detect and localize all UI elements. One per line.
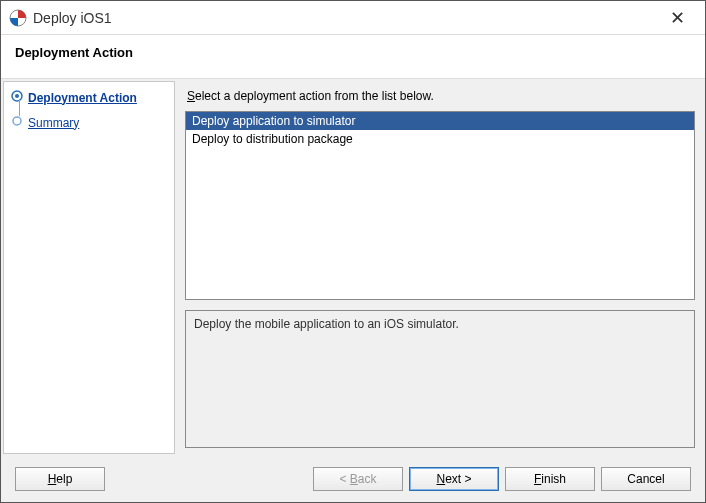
- app-icon: [9, 9, 27, 27]
- step-current-icon: [10, 90, 24, 105]
- instruction-text: Select a deployment action from the list…: [187, 89, 695, 103]
- sidebar-item-label: Deployment Action: [28, 91, 137, 105]
- wizard-footer: Help < Back Next > Finish Cancel: [1, 456, 705, 502]
- back-button[interactable]: < Back: [313, 467, 403, 491]
- list-item[interactable]: Deploy application to simulator: [186, 112, 694, 130]
- finish-button[interactable]: Finish: [505, 467, 595, 491]
- svg-point-3: [13, 117, 21, 125]
- wizard-body: Deployment Action Summary Select a deplo…: [1, 79, 705, 456]
- sidebar-item-label: Summary: [28, 116, 79, 130]
- sidebar-item-summary[interactable]: Summary: [8, 113, 170, 132]
- wizard-steps-sidebar: Deployment Action Summary: [3, 81, 175, 454]
- titlebar: Deploy iOS1 ✕: [1, 1, 705, 35]
- window-title: Deploy iOS1: [33, 10, 657, 26]
- deployment-action-list[interactable]: Deploy application to simulator Deploy t…: [185, 111, 695, 300]
- description-text: Deploy the mobile application to an iOS …: [194, 317, 459, 331]
- step-pending-icon: [10, 115, 24, 130]
- step-connector: [19, 100, 20, 116]
- svg-point-2: [15, 94, 19, 98]
- list-item[interactable]: Deploy to distribution package: [186, 130, 694, 148]
- help-button[interactable]: Help: [15, 467, 105, 491]
- cancel-button[interactable]: Cancel: [601, 467, 691, 491]
- page-title: Deployment Action: [15, 45, 691, 60]
- wizard-main: Select a deployment action from the list…: [175, 79, 705, 456]
- close-button[interactable]: ✕: [657, 7, 697, 29]
- next-button[interactable]: Next >: [409, 467, 499, 491]
- sidebar-item-deployment-action[interactable]: Deployment Action: [8, 88, 170, 107]
- description-box: Deploy the mobile application to an iOS …: [185, 310, 695, 448]
- wizard-window: Deploy iOS1 ✕ Deployment Action Deployme…: [0, 0, 706, 503]
- wizard-header: Deployment Action: [1, 35, 705, 79]
